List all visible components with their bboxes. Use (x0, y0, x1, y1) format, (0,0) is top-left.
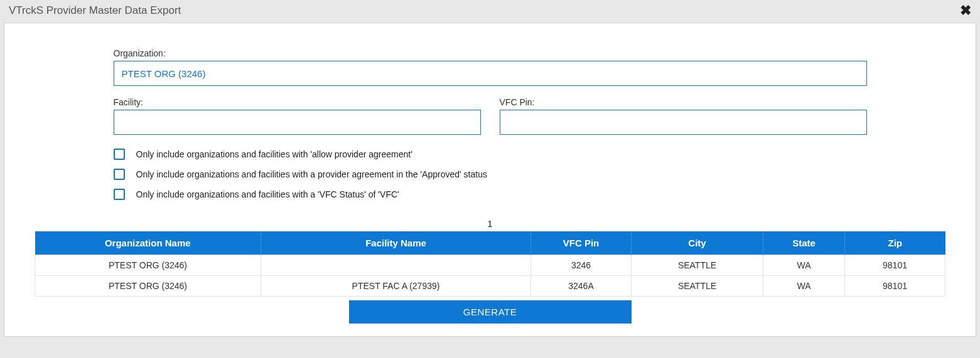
cell-zip: 98101 (845, 276, 945, 297)
cell-city: SEATTLE (632, 255, 763, 276)
checkbox-approved-status[interactable] (114, 169, 125, 180)
dialog-body: Organization: Facility: VFC Pin: Only in… (4, 23, 976, 337)
dialog-titlebar: VTrckS Provider Master Data Export ✖ (0, 0, 980, 23)
cell-state: WA (763, 276, 845, 297)
pager-current-page: 1 (35, 219, 945, 229)
vfcpin-label: VFC Pin: (500, 97, 867, 107)
table-row[interactable]: PTEST ORG (3246) PTEST FAC A (27939) 324… (35, 276, 945, 297)
cell-fac (261, 255, 531, 276)
checkbox-label: Only include organizations and facilitie… (136, 149, 412, 159)
facility-field-group: Facility: (114, 97, 481, 135)
table-header-row: Organization Name Facility Name VFC Pin … (35, 231, 945, 255)
check-approved-status: Only include organizations and facilitie… (114, 169, 867, 180)
checkbox-label: Only include organizations and facilitie… (136, 189, 399, 199)
table-row[interactable]: PTEST ORG (3246) 3246 SEATTLE WA 98101 (35, 255, 945, 276)
cell-city: SEATTLE (632, 276, 763, 297)
vfcpin-field-group: VFC Pin: (500, 97, 867, 135)
th-zip[interactable]: Zip (845, 231, 945, 255)
facility-input[interactable] (114, 110, 481, 135)
cell-org: PTEST ORG (3246) (35, 255, 261, 276)
check-vfc-status: Only include organizations and facilitie… (114, 189, 867, 200)
cell-zip: 98101 (845, 255, 945, 276)
check-allow-provider-agreement: Only include organizations and facilitie… (114, 149, 867, 160)
organization-input[interactable] (114, 61, 867, 86)
th-state[interactable]: State (763, 231, 845, 255)
th-organization-name[interactable]: Organization Name (35, 231, 261, 255)
th-vfc-pin[interactable]: VFC Pin (531, 231, 632, 255)
organization-field-group: Organization: (114, 48, 867, 86)
cell-org: PTEST ORG (3246) (35, 276, 261, 297)
cell-pin: 3246 (531, 255, 632, 276)
checkbox-allow-provider-agreement[interactable] (114, 149, 125, 160)
close-icon[interactable]: ✖ (960, 4, 971, 18)
checkbox-label: Only include organizations and facilitie… (136, 169, 487, 179)
cell-pin: 3246A (531, 276, 632, 297)
results-table: Organization Name Facility Name VFC Pin … (35, 231, 945, 297)
th-facility-name[interactable]: Facility Name (261, 231, 531, 255)
checkbox-vfc-status[interactable] (114, 189, 125, 200)
search-form: Organization: Facility: VFC Pin: Only in… (114, 48, 867, 200)
generate-button[interactable]: GENERATE (349, 300, 632, 324)
th-city[interactable]: City (632, 231, 763, 255)
facility-label: Facility: (114, 97, 481, 107)
dialog-vtrcks-export: VTrckS Provider Master Data Export ✖ Org… (0, 0, 980, 337)
cell-fac: PTEST FAC A (27939) (261, 276, 531, 297)
cell-state: WA (763, 255, 845, 276)
organization-label: Organization: (114, 48, 867, 58)
vfcpin-input[interactable] (500, 110, 867, 135)
dialog-title: VTrckS Provider Master Data Export (9, 4, 181, 17)
